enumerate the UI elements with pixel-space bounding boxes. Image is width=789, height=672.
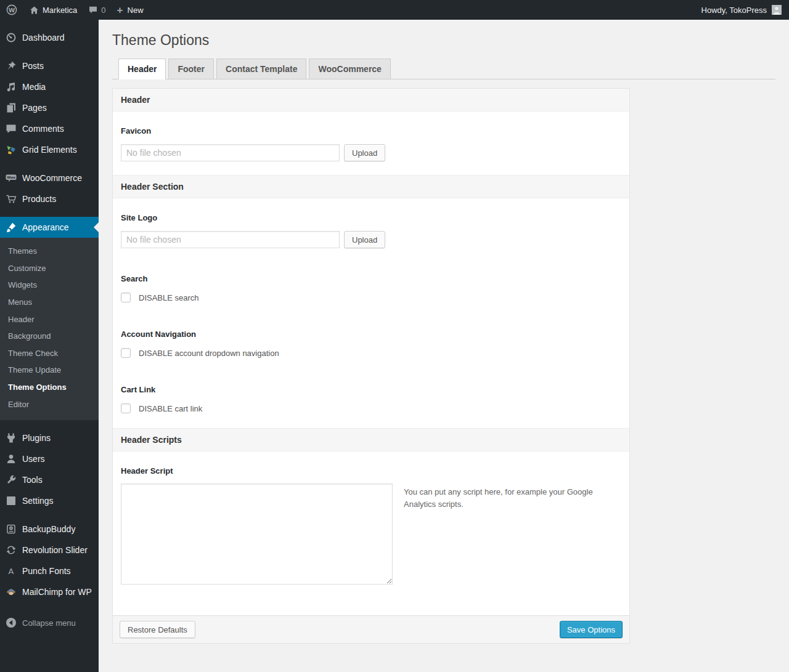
submenu-item-theme-update[interactable]: Theme Update — [0, 362, 99, 379]
wordpress-logo-menu[interactable]: W — [0, 0, 23, 20]
comments-shortcut[interactable]: 0 — [83, 0, 111, 20]
gauge-icon — [5, 31, 17, 44]
tab-woocommerce[interactable]: WooCommerce — [309, 59, 390, 79]
sidebar-item-woocommerce[interactable]: Woo WooCommerce — [0, 168, 99, 188]
header-script-textarea[interactable] — [121, 484, 393, 585]
panel-footer: Restore Defaults Save Options — [113, 615, 629, 643]
favicon-upload-button[interactable]: Upload — [344, 144, 385, 161]
site-logo-label: Site Logo — [121, 213, 621, 222]
sidebar-item-settings[interactable]: Settings — [0, 490, 99, 511]
header-script-label: Header Script — [121, 466, 621, 476]
submenu-item-customize[interactable]: Customize — [0, 260, 99, 277]
sidebar-item-appearance[interactable]: Appearance — [0, 217, 99, 238]
svg-text:Woo: Woo — [7, 176, 15, 179]
sidebar-item-label: Appearance — [22, 222, 69, 232]
menu-separator — [0, 160, 99, 168]
new-content-menu[interactable]: + New — [112, 0, 149, 20]
sidebar-item-grid-elements[interactable]: Grid Elements — [0, 139, 99, 160]
pages-icon — [5, 102, 17, 114]
admin-bar-right: Howdy, TokoPress — [701, 0, 789, 20]
favicon-file-input[interactable] — [121, 144, 340, 161]
submenu-item-editor[interactable]: Editor — [0, 396, 99, 413]
sidebar-item-label: Plugins — [22, 433, 51, 443]
pushpin-icon — [5, 60, 17, 72]
admin-bar: W Marketica 0 + New Howdy, TokoPress — [0, 0, 789, 20]
section-header-section: Header Section — [113, 175, 629, 198]
sidebar-item-users[interactable]: Users — [0, 448, 99, 469]
sidebar-item-tools[interactable]: Tools — [0, 469, 99, 490]
sidebar-item-label: Grid Elements — [22, 145, 77, 155]
sidebar-item-label: WooCommerce — [22, 173, 82, 183]
sidebar-item-label: MailChimp for WP — [22, 587, 92, 597]
sidebar-item-revolution-slider[interactable]: Revolution Slider — [0, 540, 99, 561]
menu-separator — [0, 48, 99, 55]
user-icon — [5, 453, 17, 465]
collapse-arrow-icon — [5, 617, 17, 629]
wrench-icon — [5, 474, 17, 486]
sidebar-item-label: Settings — [22, 496, 54, 506]
site-logo-file-input[interactable] — [121, 231, 340, 248]
sidebar-item-label: Comments — [22, 124, 64, 134]
backup-drive-icon — [5, 523, 17, 535]
submenu-item-theme-options[interactable]: Theme Options — [0, 379, 99, 396]
sidebar-item-punch-fonts[interactable]: A Punch Fonts — [0, 561, 99, 581]
sidebar-item-label: Punch Fonts — [22, 566, 71, 576]
sidebar-item-label: Revolution Slider — [22, 545, 88, 555]
sidebar-item-plugins[interactable]: Plugins — [0, 427, 99, 448]
sidebar-item-label: Tools — [22, 475, 43, 485]
tab-header[interactable]: Header — [118, 59, 166, 79]
theme-options-panel: Header Favicon Upload Header Section Sit… — [112, 88, 630, 644]
tab-bar: HeaderFooterContact TemplateWooCommerce — [112, 59, 775, 79]
admin-bar-left: W Marketica 0 + New — [0, 0, 149, 20]
disable-account-nav-checkbox-label[interactable]: DISABLE account dropdown navigation — [139, 349, 279, 358]
sidebar-item-label: Pages — [22, 103, 47, 113]
tab-footer[interactable]: Footer — [168, 59, 214, 79]
sidebar-item-label: Products — [22, 194, 56, 204]
sidebar-item-mailchimp[interactable]: MailChimp for WP — [0, 581, 99, 602]
disable-cart-link-checkbox-label[interactable]: DISABLE cart link — [139, 404, 202, 413]
site-link[interactable]: Marketica — [23, 0, 83, 20]
collapse-menu-button[interactable]: Collapse menu — [0, 612, 99, 633]
menu-separator — [0, 209, 99, 217]
woocommerce-icon: Woo — [5, 172, 17, 184]
sidebar-item-posts[interactable]: Posts — [0, 55, 99, 76]
submenu-item-themes[interactable]: Themes — [0, 243, 99, 260]
site-name: Marketica — [43, 6, 77, 15]
submenu-item-widgets[interactable]: Widgets — [0, 277, 99, 294]
site-logo-upload-button[interactable]: Upload — [344, 231, 385, 248]
account-navigation-label: Account Navigation — [121, 330, 621, 339]
cart-icon — [5, 193, 17, 205]
section-header: Header — [113, 89, 629, 111]
disable-account-nav-checkbox[interactable] — [121, 348, 131, 358]
restore-defaults-button[interactable]: Restore Defaults — [120, 621, 195, 638]
sidebar-item-comments[interactable]: Comments — [0, 118, 99, 139]
settings-icon — [5, 495, 17, 507]
sidebar-item-label: Posts — [22, 61, 44, 71]
sidebar-item-pages[interactable]: Pages — [0, 97, 99, 118]
section-header-scripts-body: Header Script You can put any script her… — [113, 451, 629, 615]
submenu-item-background[interactable]: Background — [0, 328, 99, 345]
howdy-account-link[interactable]: Howdy, TokoPress — [701, 6, 767, 15]
sidebar-item-media[interactable]: Media — [0, 76, 99, 97]
plug-icon — [5, 432, 17, 444]
sidebar-item-products[interactable]: Products — [0, 188, 99, 209]
favicon-label: Favicon — [121, 126, 621, 136]
submenu-item-theme-check[interactable]: Theme Check — [0, 345, 99, 362]
tab-contact-template[interactable]: Contact Template — [216, 59, 306, 79]
media-icon — [5, 81, 17, 93]
main-content-area: Theme Options HeaderFooterContact Templa… — [99, 20, 789, 672]
save-options-button[interactable]: Save Options — [560, 621, 623, 638]
submenu-item-menus[interactable]: Menus — [0, 294, 99, 311]
sidebar-item-backupbuddy[interactable]: BackupBuddy — [0, 519, 99, 540]
disable-search-checkbox-label[interactable]: DISABLE search — [139, 293, 199, 302]
comment-icon — [5, 123, 17, 135]
submenu-item-header[interactable]: Header — [0, 311, 99, 328]
section-header-section-body: Site Logo Upload Search DISABLE search A… — [113, 198, 629, 428]
sidebar-item-label: Dashboard — [22, 33, 65, 43]
sidebar-item-dashboard[interactable]: Dashboard — [0, 27, 99, 48]
sidebar-item-label: Users — [22, 454, 45, 464]
disable-search-checkbox[interactable] — [121, 293, 131, 302]
disable-cart-link-checkbox[interactable] — [121, 403, 131, 413]
user-avatar[interactable] — [772, 5, 782, 15]
comment-bubble-icon — [88, 5, 98, 15]
